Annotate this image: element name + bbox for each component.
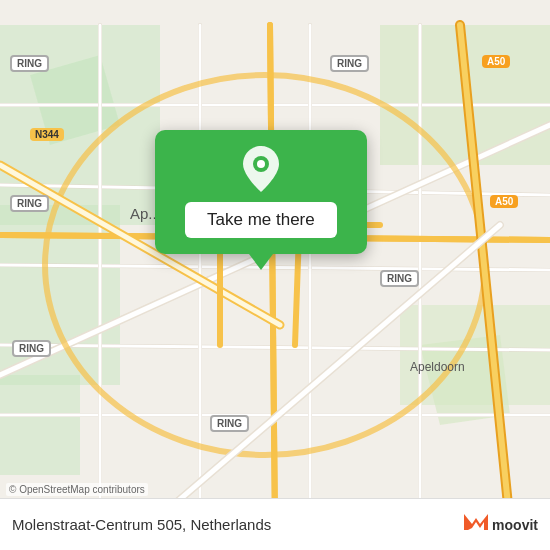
a50-badge-top: A50 xyxy=(482,55,510,68)
ring-badge-right: RING xyxy=(380,270,419,287)
ring-badge-bottomleft: RING xyxy=(12,340,51,357)
osm-attribution: © OpenStreetMap contributors xyxy=(6,483,148,496)
moovit-logo: moovit xyxy=(462,508,538,542)
svg-rect-6 xyxy=(0,375,80,475)
map-container: RING RING RING RING RING RING N344 A50 A… xyxy=(0,0,550,550)
a50-badge-mid: A50 xyxy=(490,195,518,208)
apeldoorn-label: Apeldoorn xyxy=(410,360,465,374)
n344-badge: N344 xyxy=(30,128,64,141)
popup: Take me there xyxy=(155,130,367,270)
svg-marker-43 xyxy=(464,514,488,530)
moovit-wordmark: moovit xyxy=(492,517,538,533)
location-text: Molenstraat-Centrum 505, Netherlands xyxy=(12,516,271,533)
svg-point-42 xyxy=(257,160,265,168)
ring-badge-bottom: RING xyxy=(210,415,249,432)
location-pin-icon xyxy=(243,146,279,192)
moovit-logo-icon xyxy=(462,508,490,536)
bottom-bar: Molenstraat-Centrum 505, Netherlands moo… xyxy=(0,498,550,550)
popup-box: Take me there xyxy=(155,130,367,254)
ring-badge-topleft: RING xyxy=(10,55,49,72)
map-svg xyxy=(0,0,550,550)
take-me-there-button[interactable]: Take me there xyxy=(185,202,337,238)
ring-badge-left: RING xyxy=(10,195,49,212)
moovit-m-letter xyxy=(462,508,490,542)
popup-arrow xyxy=(249,254,273,270)
svg-line-31 xyxy=(270,25,275,525)
ring-badge-topright: RING xyxy=(330,55,369,72)
